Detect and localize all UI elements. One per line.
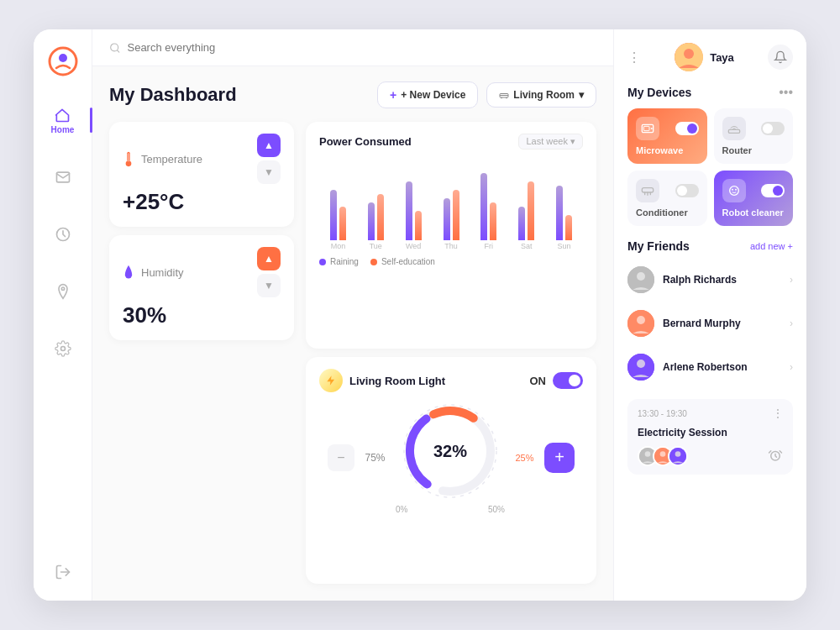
new-device-button[interactable]: + + New Device bbox=[377, 81, 478, 108]
dial-center: 32% bbox=[433, 442, 467, 461]
bar-orange-sun bbox=[565, 215, 572, 240]
bar-day-thu: Thu bbox=[444, 242, 458, 250]
temperature-card: Temperature ▲ ▼ +25°C bbox=[109, 122, 294, 227]
bar-day-tue: Tue bbox=[370, 242, 382, 250]
droplet-icon bbox=[123, 264, 134, 281]
home-label: Home bbox=[51, 125, 75, 134]
bar-purple-sun bbox=[556, 186, 563, 240]
sidebar-item-home[interactable]: Home bbox=[45, 102, 81, 139]
power-chart-card: Power Consumed Last week ▾ bbox=[306, 122, 596, 349]
left-cards: Temperature ▲ ▼ +25°C bbox=[109, 122, 294, 584]
conditioner-toggle[interactable] bbox=[675, 184, 699, 197]
friend-left-ralph: Ralph Richards bbox=[627, 266, 737, 293]
dial-label-50: 50% bbox=[488, 505, 505, 514]
svg-point-39 bbox=[660, 451, 666, 457]
bar-day-sun: Sun bbox=[558, 242, 571, 250]
chart-period-label: Last week bbox=[526, 136, 568, 146]
device-card-microwave[interactable]: Microwave bbox=[627, 108, 707, 164]
right-top-bar: ⋮ Taya bbox=[627, 43, 793, 71]
couch-icon bbox=[499, 90, 509, 100]
chart-period-button[interactable]: Last week ▾ bbox=[518, 134, 583, 150]
location-button[interactable]: Living Room ▾ bbox=[486, 82, 596, 108]
bar-group-fri: Fri bbox=[473, 173, 504, 250]
right-panel: ⋮ Taya My Devices bbox=[613, 29, 806, 601]
svg-rect-22 bbox=[728, 129, 739, 133]
microwave-name: Microwave bbox=[636, 145, 699, 155]
brightness-increase-button[interactable]: + bbox=[544, 443, 575, 473]
user-info: Taya bbox=[675, 43, 734, 71]
device-card-robot[interactable]: Robot cleaner bbox=[714, 171, 794, 226]
devices-more-icon[interactable]: ••• bbox=[779, 85, 793, 100]
friend-item-ralph[interactable]: Ralph Richards › bbox=[627, 261, 793, 298]
svg-point-29 bbox=[735, 189, 737, 191]
session-dots-icon[interactable]: ⋮ bbox=[773, 407, 783, 419]
humidity-down-button[interactable]: ▼ bbox=[257, 274, 281, 297]
temp-up-button[interactable]: ▲ bbox=[257, 134, 281, 157]
device-microwave-header bbox=[636, 117, 699, 140]
sidebar-item-location[interactable] bbox=[45, 273, 81, 310]
add-friend-button[interactable]: add new + bbox=[750, 241, 793, 251]
devices-grid: Microwave Router bbox=[627, 108, 793, 226]
device-conditioner-header bbox=[636, 179, 699, 202]
alarm-icon[interactable] bbox=[768, 448, 783, 465]
svg-point-31 bbox=[637, 272, 645, 281]
bar-group-tue: Tue bbox=[360, 194, 391, 250]
sidebar-item-messages[interactable] bbox=[45, 159, 81, 196]
robot-icon-wrap bbox=[722, 179, 746, 202]
device-card-conditioner[interactable]: Conditioner bbox=[627, 171, 707, 226]
devices-section-header: My Devices ••• bbox=[627, 85, 793, 100]
robot-name: Robot cleaner bbox=[722, 207, 785, 218]
svg-point-28 bbox=[732, 189, 733, 191]
bar-group-wed: Wed bbox=[398, 181, 429, 250]
bar-orange-tue bbox=[377, 194, 384, 240]
location-label: Living Room bbox=[513, 89, 575, 101]
clock-icon bbox=[55, 226, 71, 243]
temperature-arrows: ▲ ▼ bbox=[257, 134, 281, 184]
bar-group-thu: Thu bbox=[436, 190, 467, 250]
legend-label-raining: Raining bbox=[330, 257, 359, 266]
humidity-up-button[interactable]: ▲ bbox=[257, 247, 281, 270]
friend-item-bernard[interactable]: Bernard Murphy › bbox=[627, 305, 793, 342]
humidity-header: Humidity ▲ ▼ bbox=[123, 247, 281, 297]
sidebar-logo[interactable] bbox=[48, 46, 78, 76]
svg-rect-23 bbox=[642, 188, 653, 192]
session-time: 13:30 - 19:30 bbox=[638, 409, 687, 418]
robot-toggle[interactable] bbox=[761, 184, 785, 197]
friend-left-arlene: Arlene Robertson bbox=[627, 354, 748, 381]
brightness-25-label: 25% bbox=[515, 453, 533, 463]
bar-group-mon: Mon bbox=[323, 190, 354, 250]
sidebar-logout[interactable] bbox=[55, 564, 71, 584]
router-toggle[interactable] bbox=[761, 122, 785, 135]
sidebar-item-clock[interactable] bbox=[45, 216, 81, 253]
main-content: My Dashboard + + New Device Living Room bbox=[92, 29, 613, 601]
light-header: Living Room Light ON bbox=[319, 369, 583, 392]
legend-label-education: Self-education bbox=[381, 257, 435, 266]
chart-legend: Raining Self-education bbox=[319, 257, 583, 266]
logout-icon bbox=[55, 564, 71, 580]
microwave-toggle[interactable] bbox=[675, 122, 699, 135]
friend-item-arlene[interactable]: Arlene Robertson › bbox=[627, 349, 793, 386]
home-icon bbox=[54, 107, 71, 123]
brightness-dial: 32% bbox=[400, 401, 501, 501]
brightness-decrease-button[interactable]: − bbox=[328, 444, 354, 471]
dial-value: 32% bbox=[433, 442, 467, 461]
friends-list: Ralph Richards › Bernard Murphy › bbox=[627, 261, 793, 386]
device-card-router[interactable]: Router bbox=[714, 108, 794, 164]
light-title: Living Room Light bbox=[349, 375, 445, 387]
temp-down-button[interactable]: ▼ bbox=[257, 160, 281, 184]
light-toggle[interactable] bbox=[553, 372, 583, 389]
friend-avatar-arlene bbox=[627, 354, 654, 381]
search-input[interactable] bbox=[127, 41, 596, 54]
session-avatars bbox=[638, 446, 683, 466]
robot-icon bbox=[727, 184, 741, 197]
svg-rect-20 bbox=[643, 126, 649, 130]
devices-title: My Devices bbox=[627, 86, 691, 99]
notification-bell-button[interactable] bbox=[768, 45, 793, 70]
sidebar-item-settings[interactable] bbox=[45, 330, 81, 367]
plus-icon: + bbox=[390, 88, 396, 102]
bar-group-sun: Sun bbox=[549, 186, 580, 250]
chevron-down-icon: ▾ bbox=[579, 89, 584, 101]
on-label: ON bbox=[530, 375, 547, 387]
menu-dots-icon[interactable]: ⋮ bbox=[627, 50, 641, 66]
legend-dot-education bbox=[370, 259, 377, 265]
